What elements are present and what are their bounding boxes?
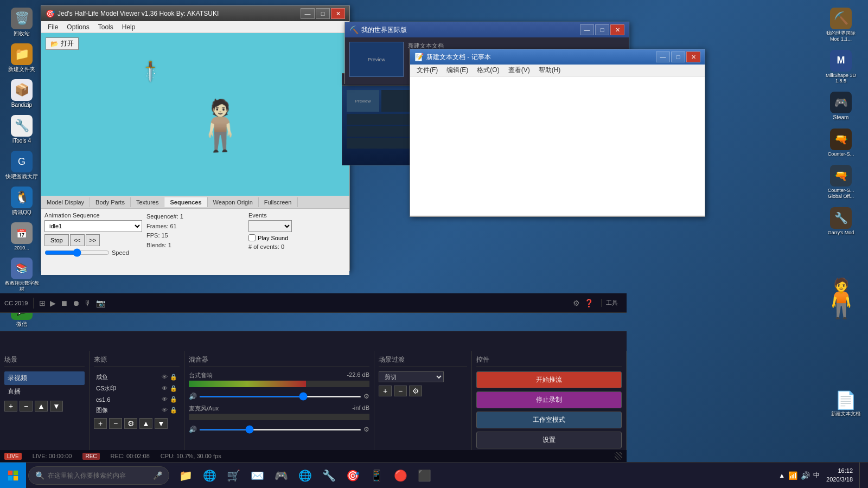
- taskbar-mail[interactable]: ✉️: [245, 463, 269, 489]
- obs-source-add-btn[interactable]: +: [94, 418, 107, 429]
- next-button[interactable]: >>: [86, 234, 100, 246]
- counter-strike-icon[interactable]: 🔫 Counter-S...: [821, 126, 860, 159]
- obs-toolbar-icon-2[interactable]: ▶: [50, 299, 56, 307]
- notepad-menu-edit[interactable]: 编辑(E): [442, 65, 473, 76]
- obs-eye-icon-3[interactable]: 👁: [162, 396, 168, 403]
- obs-mixer-desktop-mute[interactable]: 🔊: [189, 393, 197, 400]
- obs-lock-icon-3[interactable]: 🔒: [170, 396, 177, 403]
- taskbar-chevron-up[interactable]: ▲: [778, 472, 785, 479]
- menu-tools[interactable]: Tools: [94, 22, 118, 32]
- tab-sequences[interactable]: Sequences: [164, 197, 207, 207]
- bandizip-icon[interactable]: 📦 Bandizip: [2, 77, 41, 111]
- obs-transition-select[interactable]: 剪切: [379, 371, 444, 382]
- obs-toolbar-icon-5[interactable]: 🎙: [84, 299, 92, 307]
- obs-eye-icon-4[interactable]: 👁: [162, 407, 168, 414]
- obs-toolbar-icon-1[interactable]: ⊞: [39, 299, 46, 307]
- obs-lock-icon-4[interactable]: 🔒: [170, 407, 177, 414]
- obs-source-up-btn[interactable]: ▲: [139, 418, 152, 429]
- taskbar-unknown1[interactable]: 🔧: [317, 463, 341, 489]
- animation-sequence-select[interactable]: idle1: [44, 220, 142, 232]
- new-doc-desktop-icon[interactable]: 📄 新建文本文档: [831, 390, 860, 418]
- prev-button[interactable]: <<: [70, 234, 85, 246]
- obs-mixer-mic-slider[interactable]: [199, 429, 361, 431]
- mc-titlebar[interactable]: ⛏️ 我的世界国际版 — □ ✕: [345, 22, 629, 37]
- obs-mixer-desktop-settings[interactable]: ⚙: [363, 393, 369, 400]
- close-btn[interactable]: ✕: [331, 8, 345, 19]
- tab-body-parts[interactable]: Body Parts: [90, 197, 131, 207]
- obs-source-remove-btn[interactable]: −: [109, 418, 122, 429]
- menu-options[interactable]: Options: [62, 22, 93, 32]
- menu-help[interactable]: Help: [118, 22, 140, 32]
- speed-slider[interactable]: [44, 248, 110, 257]
- year2010-icon[interactable]: 📅 2010...: [2, 220, 41, 253]
- kuai-you-icon[interactable]: G 快吧游戏大厅: [2, 149, 41, 182]
- taskbar-unknown3[interactable]: 📱: [365, 463, 388, 489]
- notepad-menu-help[interactable]: 帮助(H): [534, 65, 565, 76]
- play-sound-checkbox[interactable]: [248, 234, 256, 241]
- milkshape-icon[interactable]: M MilkShape 3D 1.8.5: [821, 48, 860, 87]
- events-select[interactable]: [248, 220, 292, 232]
- csgo-icon[interactable]: 🔫 Counter-S... Global Off...: [821, 163, 860, 202]
- mic-icon[interactable]: 🎤: [153, 471, 162, 480]
- obs-studio-mode-btn[interactable]: 工作室模式: [476, 412, 622, 428]
- notepad-menu-file[interactable]: 文件(F): [412, 65, 442, 76]
- taskbar-show-desktop[interactable]: [859, 463, 864, 489]
- taskbar-unknown5[interactable]: ⬛: [412, 463, 436, 489]
- obs-source-xianyu[interactable]: 咸鱼 👁 🔒: [94, 371, 180, 383]
- notepad-menu-format[interactable]: 格式(O): [473, 65, 503, 76]
- obs-transition-settings-btn[interactable]: ⚙: [409, 386, 422, 396]
- minecraft-icon[interactable]: ⛏️ 我的世界国际Mod 1.1...: [821, 5, 860, 44]
- tab-model-display[interactable]: Model Display: [41, 197, 90, 207]
- obs-toolbar-right-1[interactable]: ⚙: [573, 299, 580, 307]
- taskbar-network-icon[interactable]: 📶: [788, 471, 797, 480]
- menu-file[interactable]: File: [43, 22, 62, 32]
- qq-icon[interactable]: 🐧 腾讯QQ: [2, 184, 41, 218]
- minimize-btn[interactable]: —: [301, 8, 315, 19]
- steam-icon[interactable]: 🎮 Steam: [821, 89, 860, 123]
- obs-toolbar-icon-6[interactable]: 📷: [96, 299, 105, 307]
- maximize-btn[interactable]: □: [316, 8, 330, 19]
- obs-lock-icon-2[interactable]: 🔒: [170, 385, 177, 392]
- open-button[interactable]: 📂 打开: [46, 37, 79, 50]
- obs-stop-record-btn[interactable]: 停止录制: [476, 391, 622, 408]
- obs-scene-down-btn[interactable]: ▼: [50, 401, 63, 412]
- tab-fullscreen[interactable]: Fullscreen: [259, 197, 298, 207]
- taskbar-chrome[interactable]: 🌐: [293, 463, 317, 489]
- notepad-menu-view[interactable]: 查看(V): [504, 65, 534, 76]
- obs-scene-item-1[interactable]: 录视频: [4, 371, 85, 385]
- obs-scene-remove-btn[interactable]: −: [20, 401, 33, 412]
- obs-transition-add-btn[interactable]: +: [379, 386, 392, 396]
- obs-toolbar-right-2[interactable]: ❓: [584, 299, 593, 307]
- taskbar-store[interactable]: 🛒: [221, 463, 245, 489]
- taskbar-time-display[interactable]: 16:12 2020/3/18: [822, 467, 857, 484]
- itools-icon[interactable]: 🔧 iTools 4: [2, 113, 41, 146]
- tab-textures[interactable]: Textures: [131, 197, 165, 207]
- obs-source-image[interactable]: 图像 👁 🔒: [94, 404, 180, 416]
- obs-scene-up-btn[interactable]: ▲: [35, 401, 48, 412]
- obs-mixer-mic-settings[interactable]: ⚙: [363, 426, 369, 433]
- yundata-icon[interactable]: 📚 教教翔云数字教材: [2, 255, 41, 294]
- obs-source-down-btn[interactable]: ▼: [155, 418, 168, 429]
- taskbar-edge[interactable]: 🌐: [197, 463, 221, 489]
- notepad-content[interactable]: [410, 76, 705, 215]
- taskbar-ime-icon[interactable]: 中: [813, 471, 820, 480]
- taskbar-file-explorer[interactable]: 📁: [174, 463, 197, 489]
- obs-start-stream-btn[interactable]: 开始推流: [476, 371, 622, 388]
- notepad-maximize-btn[interactable]: □: [671, 52, 685, 62]
- taskbar-search[interactable]: 🔍 🎤: [28, 466, 169, 485]
- obs-eye-icon-1[interactable]: 👁: [162, 374, 168, 381]
- garrys-mod-icon[interactable]: 🔧 Garry's Mod: [821, 205, 860, 238]
- notepad-close-btn[interactable]: ✕: [686, 52, 700, 62]
- obs-settings-btn[interactable]: 设置: [476, 432, 622, 448]
- recycle-bin-icon[interactable]: 🗑️ 回收站: [2, 5, 41, 39]
- tab-weapon-origin[interactable]: Weapon Origin: [208, 197, 259, 207]
- obs-source-csmark[interactable]: CS水印 👁 🔒: [94, 383, 180, 394]
- mc-maximize-btn[interactable]: □: [595, 24, 609, 35]
- notepad-minimize-btn[interactable]: —: [656, 52, 670, 62]
- obs-transition-remove-btn[interactable]: −: [394, 386, 407, 396]
- search-input[interactable]: [48, 472, 153, 479]
- taskbar-unknown4[interactable]: 🔴: [388, 463, 412, 489]
- stop-button[interactable]: Stop: [44, 234, 69, 246]
- taskbar-steam[interactable]: 🎮: [269, 463, 293, 489]
- taskbar-unknown2[interactable]: 🎯: [341, 463, 365, 489]
